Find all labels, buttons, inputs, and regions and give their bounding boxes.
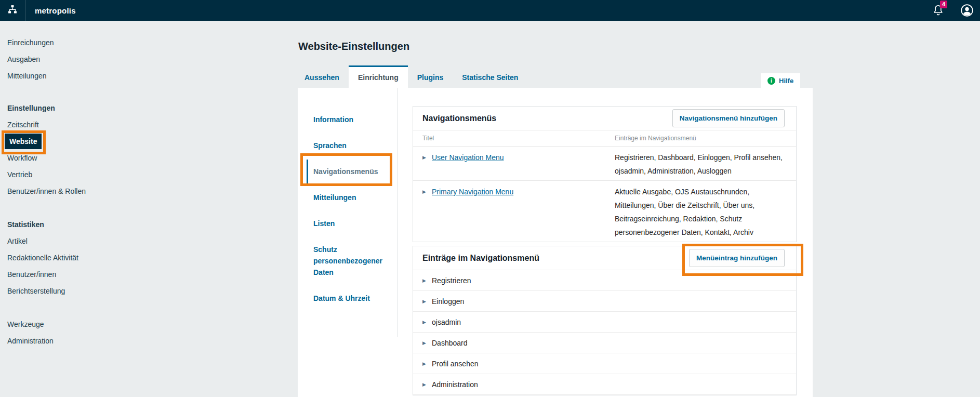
notification-count-badge: 4 bbox=[940, 1, 947, 8]
list-item-label: Einloggen bbox=[432, 297, 464, 306]
list-item-label: Registrieren bbox=[432, 276, 471, 285]
expand-caret-icon[interactable]: ▶ bbox=[422, 185, 432, 239]
info-icon: i bbox=[767, 77, 775, 85]
sidebar-item-ausgaben[interactable]: Ausgaben bbox=[0, 51, 244, 68]
page-title: Website-Einstellungen bbox=[298, 41, 409, 52]
sidebar-header-statistiken: Statistiken bbox=[0, 216, 244, 233]
sidebar-item-einreichungen[interactable]: Einreichungen bbox=[0, 34, 244, 51]
help-button-label: Hilfe bbox=[779, 77, 793, 85]
bell-icon bbox=[932, 9, 944, 18]
settings-nav-information[interactable]: Information bbox=[313, 114, 391, 125]
list-item-label: ojsadmin bbox=[432, 318, 461, 326]
sitemap-icon bbox=[7, 4, 18, 17]
sidebar-item-benutzer[interactable]: Benutzer/innen bbox=[0, 266, 244, 283]
column-header-eintraege: Einträge im Navigationsmenü bbox=[615, 135, 787, 142]
expand-caret-icon[interactable]: ▶ bbox=[422, 361, 432, 366]
expand-caret-icon[interactable]: ▶ bbox=[422, 382, 432, 387]
sidebar-item-artikel[interactable]: Artikel bbox=[0, 233, 244, 249]
sidebar-item-werkzeuge[interactable]: Werkzeuge bbox=[0, 316, 244, 333]
sidebar-header-einstellungen: Einstellungen bbox=[0, 100, 244, 116]
sidebar-item-vertrieb[interactable]: Vertrieb bbox=[0, 166, 244, 183]
settings-nav-mitteilungen[interactable]: Mitteilungen bbox=[313, 192, 391, 203]
settings-nav-schutz-daten[interactable]: Schutz personenbezogener Daten bbox=[313, 244, 391, 278]
tab-einrichtung[interactable]: Einrichtung bbox=[349, 65, 408, 88]
menu-entries-text: Aktuelle Ausgabe, OJS Austauschrunden, M… bbox=[615, 185, 787, 239]
settings-nav-sprachen[interactable]: Sprachen bbox=[313, 140, 391, 151]
list-item-profil-ansehen[interactable]: ▶ Profil ansehen bbox=[413, 353, 796, 374]
website-settings-nav: Information Sprachen Navigationsmenüs Mi… bbox=[298, 88, 398, 337]
sidebar-item-workflow[interactable]: Workflow bbox=[0, 150, 244, 166]
menu-entries-text: Registrieren, Dashboard, Einloggen, Prof… bbox=[615, 151, 787, 178]
sidebar-item-website: Website bbox=[0, 133, 244, 150]
sitemap-menu-button[interactable] bbox=[0, 4, 25, 17]
topbar-divider bbox=[25, 0, 25, 21]
add-navigation-menu-button[interactable]: Navigationsmenü hinzufügen bbox=[672, 109, 785, 127]
expand-caret-icon[interactable]: ▶ bbox=[422, 151, 432, 178]
nav-menus-table-header: Titel Einträge im Navigationsmenü bbox=[413, 130, 796, 147]
list-item-dashboard[interactable]: ▶ Dashboard bbox=[413, 333, 796, 353]
expand-caret-icon[interactable]: ▶ bbox=[422, 320, 432, 325]
settings-nav-listen[interactable]: Listen bbox=[313, 218, 391, 229]
tab-plugins[interactable]: Plugins bbox=[408, 65, 453, 88]
sidebar-item-administration[interactable]: Administration bbox=[0, 333, 244, 349]
list-item-einloggen[interactable]: ▶ Einloggen bbox=[413, 291, 796, 312]
nav-menus-panel-title: Navigationsmenüs bbox=[422, 114, 496, 123]
help-button[interactable]: i Hilfe bbox=[761, 73, 800, 88]
list-item-registrieren[interactable]: ▶ Registrieren bbox=[413, 270, 796, 291]
table-row: ▶ Primary Navigation Menu Aktuelle Ausga… bbox=[413, 181, 796, 242]
primary-navigation-menu-link[interactable]: Primary Navigation Menu bbox=[432, 185, 513, 239]
sidebar-item-berichtserstellung[interactable]: Berichtserstellung bbox=[0, 283, 244, 299]
sidebar-item-benutzer-rollen[interactable]: Benutzer/innen & Rollen bbox=[0, 183, 244, 200]
list-item-label: Profil ansehen bbox=[432, 360, 479, 368]
add-menu-item-button[interactable]: Menüeintrag hinzufügen bbox=[689, 249, 785, 267]
tab-statische-seiten[interactable]: Statische Seiten bbox=[453, 65, 527, 88]
brand-title[interactable]: metropolis bbox=[35, 6, 76, 15]
table-row: ▶ User Navigation Menu Registrieren, Das… bbox=[413, 147, 796, 181]
expand-caret-icon[interactable]: ▶ bbox=[422, 340, 432, 346]
settings-nav-datum-uhrzeit[interactable]: Datum & Uhrzeit bbox=[313, 293, 391, 304]
topbar-actions: 4 bbox=[932, 4, 980, 17]
settings-tabbar: Aussehen Einrichtung Plugins Statische S… bbox=[295, 65, 527, 88]
notifications-button[interactable]: 4 bbox=[932, 4, 945, 17]
expand-caret-icon[interactable]: ▶ bbox=[422, 299, 432, 304]
sidebar-item-zeitschrift[interactable]: Zeitschrift bbox=[0, 116, 244, 133]
nav-menus-panel: Navigationsmenüs Navigationsmenü hinzufü… bbox=[413, 106, 797, 242]
list-item-administration[interactable]: ▶ Administration bbox=[413, 374, 796, 395]
sidebar-item-redaktionelle-aktivitaet[interactable]: Redaktionelle Aktivität bbox=[0, 249, 244, 266]
tab-aussehen[interactable]: Aussehen bbox=[295, 65, 349, 88]
sidebar-item-mitteilungen[interactable]: Mitteilungen bbox=[0, 68, 244, 84]
avatar-icon bbox=[960, 10, 974, 19]
sidebar-item-website-selected[interactable]: Website bbox=[5, 134, 42, 149]
column-header-titel: Titel bbox=[422, 135, 615, 142]
list-item-ojsadmin[interactable]: ▶ ojsadmin bbox=[413, 312, 796, 333]
top-bar: metropolis 4 bbox=[0, 0, 980, 21]
menu-items-panel: Einträge im Navigationsmenü Menüeintrag … bbox=[413, 246, 797, 395]
user-menu-button[interactable] bbox=[960, 4, 974, 17]
menu-items-panel-title: Einträge im Navigationsmenü bbox=[422, 254, 539, 263]
user-navigation-menu-link[interactable]: User Navigation Menu bbox=[432, 151, 504, 178]
list-item-label: Administration bbox=[432, 380, 478, 389]
list-item-label: Dashboard bbox=[432, 339, 468, 347]
expand-caret-icon[interactable]: ▶ bbox=[422, 278, 432, 283]
main-sidebar: Einreichungen Ausgaben Mitteilungen Eins… bbox=[0, 21, 244, 349]
settings-nav-navigationsmenues[interactable]: Navigationsmenüs bbox=[313, 166, 391, 177]
settings-content: Navigationsmenüs Navigationsmenü hinzufü… bbox=[413, 88, 797, 395]
